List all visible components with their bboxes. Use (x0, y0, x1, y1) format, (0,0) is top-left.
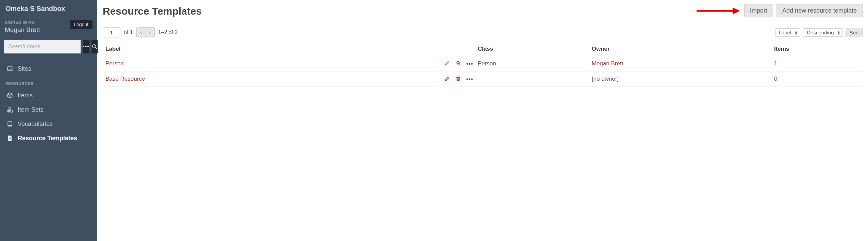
page-of-text: of 1 (124, 29, 133, 35)
page-header: Resource Templates Import Add new resour… (103, 4, 863, 21)
delete-icon[interactable] (455, 76, 462, 82)
items-count-link[interactable]: 1 (774, 60, 777, 67)
pagination-range: 1–2 of 2 (158, 29, 178, 35)
book-icon (6, 120, 14, 128)
arrow-right-icon (696, 6, 740, 15)
page-title: Resource Templates (103, 4, 202, 17)
chevron-left-icon: ‹ (140, 30, 142, 35)
nav-item-vocabularies[interactable]: Vocabularies (0, 117, 97, 131)
ellipsis-icon: ••• (83, 44, 89, 50)
cell-class (475, 71, 589, 87)
items-count-link[interactable]: 0 (774, 76, 777, 82)
import-button[interactable]: Import (744, 4, 773, 17)
nav-section-global: Sites (0, 58, 97, 78)
cubes-icon (6, 106, 14, 113)
select-caret-icon: ▴▾ (795, 30, 797, 35)
row-actions: ••• (445, 76, 472, 82)
nav-item-items[interactable]: Items (0, 88, 97, 102)
nav-item-label: Resource Templates (18, 135, 77, 142)
nav-item-item-sets[interactable]: Item Sets (0, 102, 97, 117)
advanced-search-button[interactable]: ••• (83, 40, 89, 53)
column-header-class[interactable]: Class (475, 42, 589, 56)
column-header-label[interactable]: Label (103, 42, 475, 56)
nav-heading-resources: RESOURCES (0, 78, 97, 88)
add-resource-template-button[interactable]: Add new resource template (777, 4, 863, 17)
cell-class: Person (475, 56, 589, 71)
prev-page-button[interactable]: ‹ (137, 28, 146, 37)
nav-item-label: Item Sets (18, 106, 44, 113)
select-caret-icon: ▴▾ (838, 30, 840, 35)
sort-button[interactable]: Sort (846, 28, 863, 37)
signed-in-user[interactable]: Megan Brett (5, 26, 40, 34)
search-icon (91, 44, 98, 50)
template-label-link[interactable]: Person (105, 60, 124, 67)
nav-item-label: Items (18, 92, 33, 99)
nav-item-label: Vocabularies (18, 120, 53, 128)
svg-point-0 (93, 45, 96, 48)
resource-templates-table: Label Class Owner Items Person•••PersonM… (103, 42, 863, 87)
sort-controls: Label ▴▾ Descending ▴▾ Sort (775, 28, 863, 37)
logout-button[interactable]: Logout (70, 20, 93, 29)
column-header-items[interactable]: Items (771, 42, 863, 56)
column-header-owner[interactable]: Owner (589, 42, 771, 56)
sort-direction-select[interactable]: Descending ▴▾ (803, 28, 843, 37)
pager: ‹ › (136, 27, 155, 37)
cube-icon (6, 92, 14, 99)
more-icon[interactable]: ••• (466, 76, 472, 82)
nav-item-label: Sites (18, 65, 31, 73)
sort-field-value: Label (779, 30, 791, 35)
search-row: ••• (0, 40, 97, 58)
row-actions: ••• (445, 61, 472, 67)
search-input[interactable] (4, 40, 81, 53)
table-row: Base Resource•••[no owner]0 (103, 71, 863, 87)
owner-link[interactable]: Megan Brett (592, 60, 623, 67)
svg-line-1 (95, 47, 97, 49)
template-label-link[interactable]: Base Resource (105, 76, 145, 82)
file-pencil-icon (6, 134, 14, 142)
next-page-button[interactable]: › (146, 28, 154, 37)
sort-field-select[interactable]: Label ▴▾ (775, 28, 801, 37)
svg-rect-2 (7, 67, 12, 70)
cell-owner: [no owner] (589, 71, 771, 87)
edit-icon[interactable] (445, 76, 451, 82)
table-row: Person•••PersonMegan Brett1 (103, 56, 863, 71)
more-icon[interactable]: ••• (466, 61, 472, 67)
nav-item-sites[interactable]: Sites (0, 62, 97, 76)
edit-icon[interactable] (445, 61, 451, 67)
app-brand[interactable]: Omeka S Sandbox (0, 0, 97, 17)
page-number-input[interactable] (103, 27, 120, 37)
chevron-right-icon: › (149, 30, 151, 35)
search-button[interactable] (91, 40, 98, 53)
signed-in-block: SIGNED IN AS Megan Brett Logout (0, 17, 97, 40)
signed-in-caption: SIGNED IN AS (5, 20, 40, 25)
laptop-icon (6, 65, 14, 73)
main-content: Resource Templates Import Add new resour… (97, 0, 868, 241)
nav-item-resource-templates[interactable]: Resource Templates (0, 131, 97, 145)
cell-owner: Megan Brett (589, 56, 771, 71)
sidebar: Omeka S Sandbox SIGNED IN AS Megan Brett… (0, 0, 97, 241)
pagination-controls: of 1 ‹ › 1–2 of 2 (103, 27, 178, 37)
controls-row: of 1 ‹ › 1–2 of 2 Label ▴▾ Descending ▴▾… (103, 25, 863, 42)
header-actions: Import Add new resource template (696, 4, 863, 17)
delete-icon[interactable] (455, 61, 462, 67)
annotation-arrow (696, 6, 740, 15)
svg-marker-7 (733, 7, 740, 14)
sort-direction-value: Descending (807, 30, 834, 35)
